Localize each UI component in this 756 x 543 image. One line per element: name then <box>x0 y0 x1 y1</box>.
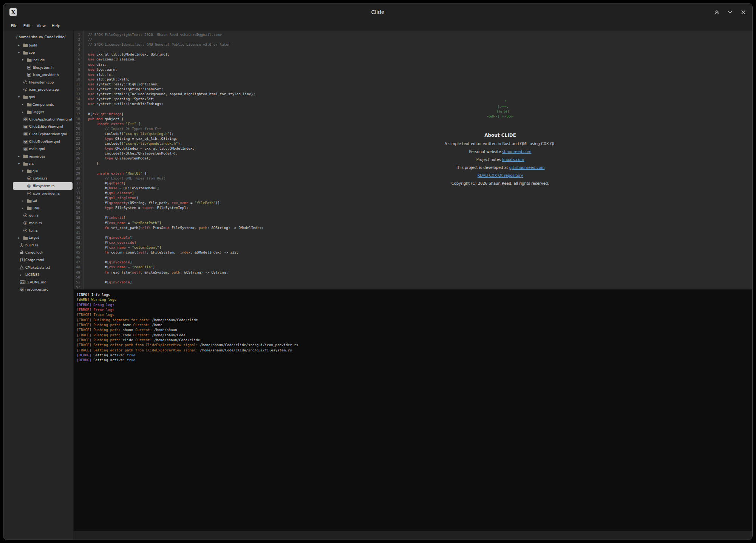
line-number: 21 <box>74 131 83 136</box>
tree-item-build.rs[interactable]: Rbuild.rs <box>13 241 73 249</box>
line-number: 31 <box>74 181 83 186</box>
menu-view[interactable]: View <box>34 23 49 29</box>
line-number: 52 <box>74 285 83 289</box>
chevron-right-icon[interactable]: ▸ <box>18 155 23 158</box>
line-text: // Export QML Types from Rust <box>83 176 165 181</box>
tree-item-main.rs[interactable]: Rmain.rs <box>13 219 73 227</box>
tree-item-ClideEditorView.qml[interactable]: QtClideEditorView.qml <box>13 123 73 131</box>
tree-item-label: CMakeLists.txt <box>25 266 50 269</box>
line-number: 27 <box>74 161 83 166</box>
chevron-right-icon[interactable]: ▸ <box>22 199 27 203</box>
line-number: 16 <box>74 106 83 111</box>
code-lines: 1// SPDX-FileCopyrightText: 2026, Shaun … <box>74 32 752 289</box>
tree-item-resources.qrc[interactable]: Qtresources.qrc <box>13 286 73 294</box>
chevron-right-icon[interactable]: ▸ <box>22 103 27 106</box>
shade-button[interactable] <box>714 9 720 15</box>
log-panel[interactable]: [INFO] Info logs[WARN] Warning logs[DEBU… <box>74 289 752 531</box>
chevron-right-icon[interactable]: ▸ <box>22 206 27 210</box>
tree-item-src[interactable]: ▾src <box>13 160 73 168</box>
tree-item-tui[interactable]: ▸tui <box>13 197 73 204</box>
tree-item-label: main.rs <box>29 221 42 225</box>
chevron-down-icon[interactable]: ▾ <box>22 169 27 173</box>
code-line: 16 <box>74 106 752 111</box>
line-text: #[cxx_qt::bridge] <box>83 111 124 116</box>
tree-item-icon_provider.h[interactable]: Hicon_provider.h <box>13 71 73 79</box>
qt-icon: Qt <box>23 132 29 136</box>
line-text: // <box>83 37 92 42</box>
code-line: 9use std::fs; <box>74 72 752 77</box>
about-link[interactable]: KDAB CXX-Qt repository <box>478 173 523 178</box>
code-line: 10use std::path::Path; <box>74 77 752 82</box>
tree-item-ClideApplicationView.qml[interactable]: QtClideApplicationView.qml <box>13 116 73 123</box>
tree-item-icon_provider.cpp[interactable]: Cicon_provider.cpp <box>13 86 73 94</box>
root-path[interactable]: / home/ shaun/ Code/ clide/ <box>3 31 73 42</box>
log-line: [INFO] Info logs <box>77 292 749 297</box>
tree-item-main.qml[interactable]: Qtmain.qml <box>13 145 73 153</box>
line-text: // SPDX-License-Identifier: GNU General … <box>83 42 230 47</box>
tree-item-target[interactable]: ▸target <box>13 234 73 241</box>
tree-item-label: filesystem.h <box>33 66 54 70</box>
tree-item-gui[interactable]: ▾gui <box>13 167 73 175</box>
tree-item-filesystem.h[interactable]: Hfilesystem.h <box>13 64 73 71</box>
tree-item-Logger[interactable]: ▸Logger <box>13 108 73 116</box>
about-text: A simple text editor written in Rust and… <box>445 142 556 146</box>
h-icon: H <box>27 66 33 70</box>
tree-item-Cargo.lock[interactable]: Cargo.lock <box>13 249 73 257</box>
menu-file[interactable]: File <box>8 23 20 29</box>
chevron-down-icon[interactable]: ▾ <box>18 51 23 54</box>
line-number: 18 <box>74 116 83 121</box>
tree-item-README.md[interactable]: M↓README.md <box>13 278 73 286</box>
tree-item-ClideTreeView.qml[interactable]: QtClideTreeView.qml <box>13 138 73 145</box>
menu-help[interactable]: Help <box>49 23 63 29</box>
line-text: use log::warn; <box>83 67 117 72</box>
about-paragraphs: A simple text editor written in Rust and… <box>425 142 576 186</box>
tree-item-gui.rs[interactable]: Rgui.rs <box>13 212 73 220</box>
close-button[interactable] <box>741 9 746 15</box>
about-link[interactable]: shaunreed.com <box>502 150 531 154</box>
double-chevron-up-icon <box>714 9 720 15</box>
titlebar[interactable]: X Clide <box>3 3 752 21</box>
chevron-down-icon[interactable]: ▾ <box>22 58 27 62</box>
folder-icon <box>27 110 32 114</box>
code-line: 23 include!("cxx-qt-lib/qmodelindex.h"); <box>74 141 752 146</box>
qt-icon: Qt <box>23 125 29 128</box>
chevron-down-icon[interactable]: ▾ <box>18 162 23 166</box>
tree-item-ClideExplorerView.qml[interactable]: QtClideExplorerView.qml <box>13 130 73 138</box>
chevron-down-icon[interactable]: ▾ <box>18 95 23 99</box>
tree-item-CMakeLists.txt[interactable]: CMakeLists.txt <box>13 264 73 271</box>
tree-item-label: utils <box>32 206 40 210</box>
about-text: This project is developed at <box>456 166 509 170</box>
tree-item-include[interactable]: ▾include <box>13 56 73 64</box>
tree-item-filesystem.cpp[interactable]: Cfilesystem.cpp <box>13 79 73 86</box>
code-line: 2// <box>74 37 752 42</box>
tree-item-LICENSE[interactable]: ★LICENSE <box>13 271 73 278</box>
chevron-right-icon[interactable]: ▸ <box>22 110 27 114</box>
tree-item-filesystem.rs[interactable]: Rfilesystem.rs <box>13 182 73 190</box>
log-line: [TRACE] Setting editor path from ClideEx… <box>77 348 749 353</box>
tree-item-Cargo.toml[interactable]: [T]Cargo.toml <box>13 256 73 264</box>
tree-item-resources[interactable]: ▸resources <box>13 153 73 160</box>
chevron-right-icon[interactable]: ▸ <box>18 236 23 240</box>
tree-item-qml[interactable]: ▾qml <box>13 93 73 101</box>
tree-item-icon_provider.rs[interactable]: Ricon_provider.rs <box>13 190 73 197</box>
tree-item-build[interactable]: ▸build <box>13 42 73 49</box>
code-line: 32 #[base = QFileSystemModel] <box>74 186 752 190</box>
menu-edit[interactable]: Edit <box>20 23 34 29</box>
log-line: [TRACE] Pushing path: home Current: /hom… <box>77 322 749 327</box>
tree-item-Components[interactable]: ▸Components <box>13 101 73 108</box>
tree-item-tui.rs[interactable]: Rtui.rs <box>13 227 73 234</box>
line-text: type FileSystem = super::FileSystemImpl; <box>83 205 189 210</box>
tree-item-utils[interactable]: ▸utils <box>13 204 73 212</box>
tree-item-cpp[interactable]: ▾cpp <box>13 49 73 57</box>
code-line: 13use syntect::html::{IncludeBackground,… <box>74 91 752 96</box>
tree-item-label: Components <box>32 103 54 107</box>
unshade-button[interactable] <box>727 9 733 15</box>
line-text: #[qobject] <box>83 181 126 186</box>
chevron-right-icon[interactable]: ▸ <box>18 43 23 47</box>
about-link[interactable]: git.shaunreed.com <box>509 166 545 170</box>
tree-item-colors.rs[interactable]: Rcolors.rs <box>13 175 73 183</box>
folder-icon <box>27 102 32 107</box>
code-editor[interactable]: 1// SPDX-FileCopyrightText: 2026, Shaun … <box>74 31 752 289</box>
about-link[interactable]: knoats.com <box>502 158 524 162</box>
line-text: unsafe extern "RustQt" { <box>83 171 147 176</box>
